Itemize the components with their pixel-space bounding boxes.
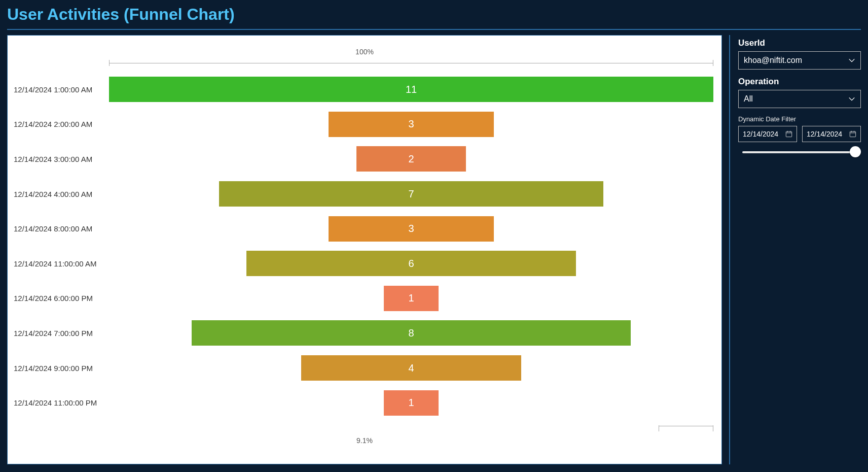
funnel-row-track: 7 bbox=[109, 181, 713, 207]
funnel-row: 12/14/2024 11:00:00 AM6 bbox=[8, 250, 713, 277]
funnel-row-label: 12/14/2024 7:00:00 PM bbox=[8, 329, 109, 338]
funnel-bar[interactable]: 1 bbox=[384, 390, 439, 416]
funnel-bar-value: 3 bbox=[408, 223, 414, 234]
chart-bottom-bracket bbox=[557, 425, 713, 432]
funnel-row: 12/14/2024 9:00:00 PM4 bbox=[8, 354, 713, 382]
funnel-bar[interactable]: 3 bbox=[329, 216, 493, 242]
chevron-down-icon bbox=[848, 57, 855, 64]
operation-select[interactable]: All bbox=[738, 90, 861, 108]
funnel-row-label: 12/14/2024 6:00:00 PM bbox=[8, 294, 109, 302]
funnel-row: 12/14/2024 2:00:00 AM3 bbox=[8, 111, 713, 138]
funnel-row-track: 3 bbox=[109, 112, 713, 137]
slider-thumb[interactable] bbox=[850, 146, 861, 157]
date-to-input[interactable]: 12/14/2024 bbox=[802, 126, 861, 142]
funnel-row-label: 12/14/2024 11:00:00 PM bbox=[8, 398, 109, 407]
funnel-bar-value: 1 bbox=[408, 292, 414, 304]
funnel-row-label: 12/14/2024 11:00:00 AM bbox=[8, 259, 109, 268]
calendar-icon bbox=[849, 130, 856, 138]
date-from-input[interactable]: 12/14/2024 bbox=[738, 126, 797, 142]
funnel-row-track: 2 bbox=[109, 146, 713, 172]
chevron-down-icon bbox=[848, 95, 855, 103]
date-from-value: 12/14/2024 bbox=[743, 130, 778, 138]
date-filter-label: Dynamic Date Filter bbox=[738, 115, 861, 123]
funnel-bar[interactable]: 3 bbox=[329, 112, 493, 137]
funnel-row-track: 1 bbox=[109, 286, 713, 311]
title-divider bbox=[7, 29, 861, 30]
funnel-bar-value: 6 bbox=[408, 258, 414, 269]
funnel-body: 12/14/2024 1:00:00 AM1112/14/2024 2:00:0… bbox=[8, 70, 721, 422]
chart-bottom-percent: 9.1% bbox=[8, 432, 721, 449]
userid-label: UserId bbox=[738, 38, 861, 48]
funnel-row-track: 11 bbox=[109, 77, 713, 102]
chart-top-bracket bbox=[109, 60, 713, 67]
operation-label: Operation bbox=[738, 77, 861, 87]
funnel-bar[interactable]: 2 bbox=[356, 146, 466, 172]
funnel-bar-value: 8 bbox=[408, 327, 414, 339]
funnel-row-label: 12/14/2024 2:00:00 AM bbox=[8, 120, 109, 128]
funnel-row: 12/14/2024 8:00:00 AM3 bbox=[8, 215, 713, 243]
chart-top-percent: 100% bbox=[8, 44, 721, 60]
date-to-value: 12/14/2024 bbox=[807, 130, 842, 138]
funnel-row: 12/14/2024 7:00:00 PM8 bbox=[8, 319, 713, 347]
funnel-bar-value: 7 bbox=[408, 188, 414, 200]
funnel-row-track: 6 bbox=[109, 251, 713, 276]
funnel-bar[interactable]: 1 bbox=[384, 286, 439, 311]
funnel-row-track: 4 bbox=[109, 355, 713, 381]
funnel-bar-value: 1 bbox=[408, 397, 414, 409]
funnel-row: 12/14/2024 1:00:00 AM11 bbox=[8, 76, 713, 103]
calendar-icon bbox=[785, 130, 792, 138]
funnel-row-track: 3 bbox=[109, 216, 713, 242]
funnel-chart-panel: 100% 12/14/2024 1:00:00 AM1112/14/2024 2… bbox=[7, 35, 722, 464]
funnel-bar[interactable]: 6 bbox=[246, 251, 576, 276]
funnel-bar[interactable]: 7 bbox=[219, 181, 604, 207]
funnel-row-label: 12/14/2024 1:00:00 AM bbox=[8, 85, 109, 94]
svg-rect-4 bbox=[850, 131, 855, 137]
operation-value: All bbox=[744, 94, 753, 104]
funnel-row-label: 12/14/2024 9:00:00 PM bbox=[8, 364, 109, 373]
page-title: User Activities (Funnel Chart) bbox=[7, 5, 861, 29]
funnel-row-label: 12/14/2024 4:00:00 AM bbox=[8, 190, 109, 198]
funnel-row: 12/14/2024 11:00:00 PM1 bbox=[8, 389, 713, 417]
funnel-row: 12/14/2024 6:00:00 PM1 bbox=[8, 285, 713, 312]
svg-rect-0 bbox=[786, 131, 791, 137]
date-range-slider[interactable] bbox=[738, 145, 861, 159]
funnel-row-track: 8 bbox=[109, 320, 713, 346]
filter-sidebar: UserId khoa@niftit.com Operation All Dyn… bbox=[729, 35, 861, 464]
funnel-bar[interactable]: 11 bbox=[109, 77, 713, 102]
funnel-bar-value: 3 bbox=[408, 118, 414, 130]
funnel-row: 12/14/2024 4:00:00 AM7 bbox=[8, 180, 713, 208]
funnel-bar[interactable]: 4 bbox=[301, 355, 521, 381]
funnel-row-label: 12/14/2024 8:00:00 AM bbox=[8, 224, 109, 233]
funnel-bar[interactable]: 8 bbox=[192, 320, 631, 346]
userid-value: khoa@niftit.com bbox=[744, 56, 802, 65]
funnel-bar-value: 2 bbox=[408, 153, 414, 165]
funnel-row: 12/14/2024 3:00:00 AM2 bbox=[8, 145, 713, 173]
funnel-row-label: 12/14/2024 3:00:00 AM bbox=[8, 155, 109, 163]
funnel-bar-value: 11 bbox=[406, 84, 417, 95]
funnel-bar-value: 4 bbox=[408, 362, 414, 374]
userid-select[interactable]: khoa@niftit.com bbox=[738, 51, 861, 70]
funnel-row-track: 1 bbox=[109, 390, 713, 416]
